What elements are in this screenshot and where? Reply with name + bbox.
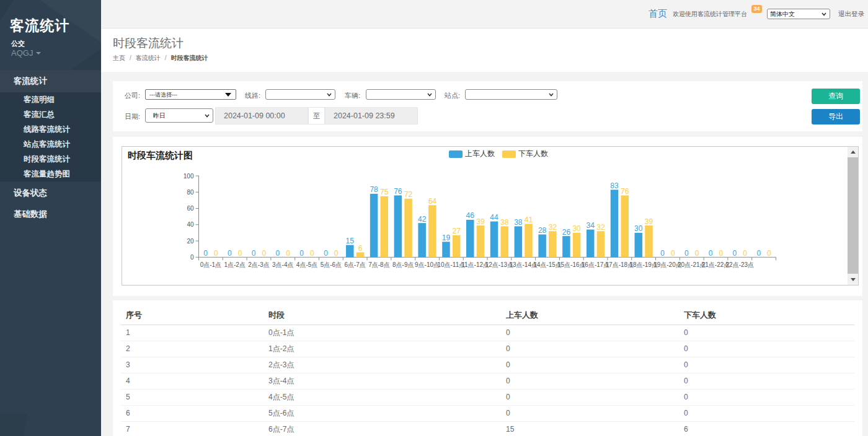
bar-value-label: 0 xyxy=(660,249,665,258)
chevron-down-icon xyxy=(427,93,432,97)
line-select[interactable] xyxy=(265,89,335,100)
home-link[interactable]: 首页 xyxy=(649,8,667,20)
table-cell-6-3: 6 xyxy=(679,422,854,436)
legend-item-alighting[interactable]: 下车人数 xyxy=(502,149,548,159)
notification-badge[interactable]: 34 xyxy=(751,5,762,13)
bar-上车人数-15[interactable] xyxy=(562,236,570,257)
table-cell-4-1: 4点-5点 xyxy=(264,390,501,406)
bar-chart: 0204060801000点-1点1点-2点2点-3点3点-4点4点-5点5点-… xyxy=(122,147,848,285)
bar-value-label: 0 xyxy=(238,249,242,258)
table-cell-0-3: 0 xyxy=(679,325,854,341)
date-to-input[interactable]: 2024-01-09 23:59 xyxy=(325,107,418,124)
bar-上车人数-14[interactable] xyxy=(538,235,546,258)
bar-下车人数-7[interactable] xyxy=(381,196,389,257)
caret-down-icon xyxy=(36,52,41,54)
sidebar-item-0-5[interactable]: 客流量趋势图 xyxy=(0,167,101,181)
bar-value-label: 0 xyxy=(684,249,689,258)
bar-value-label: 0 xyxy=(214,249,218,258)
vehicle-select[interactable] xyxy=(366,89,436,100)
bar-下车人数-14[interactable] xyxy=(549,231,557,257)
sidebar-item-0-4[interactable]: 时段客流统计 xyxy=(0,152,101,167)
sidebar-item-0-3[interactable]: 站点客流统计 xyxy=(0,137,101,152)
bar-上车人数-7[interactable] xyxy=(370,194,378,257)
bar-value-label: 46 xyxy=(466,211,475,220)
x-axis-label: 4点-5点 xyxy=(296,261,317,268)
table-cell-0-2: 0 xyxy=(501,325,679,341)
breadcrumb-section[interactable]: 客流统计 xyxy=(136,54,161,61)
station-select[interactable] xyxy=(465,89,557,100)
bar-上车人数-17[interactable] xyxy=(611,190,619,257)
bar-value-label: 0 xyxy=(733,249,737,258)
language-select[interactable]: 简体中文 xyxy=(767,9,830,19)
table-col-header-2: 上车人数 xyxy=(501,306,679,325)
bar-value-label: 0 xyxy=(299,249,304,258)
chart-title: 时段车流统计图 xyxy=(128,150,193,162)
bar-下车人数-10[interactable] xyxy=(453,235,461,257)
chevron-down-icon xyxy=(549,93,554,97)
table-cell-3-2: 0 xyxy=(501,373,679,390)
scrollbar-up-button[interactable] xyxy=(848,147,858,157)
bar-上车人数-12[interactable] xyxy=(490,222,498,258)
chevron-down-icon xyxy=(327,93,332,97)
bar-上车人数-6[interactable] xyxy=(346,245,354,258)
org-code-dropdown[interactable]: AQGJ xyxy=(11,48,41,58)
bar-上车人数-10[interactable] xyxy=(442,242,450,257)
y-axis-label: 100 xyxy=(184,173,194,180)
bar-下车人数-15[interactable] xyxy=(573,233,581,257)
sidebar-section-1[interactable]: 设备状态 xyxy=(0,183,101,204)
bar-value-label: 75 xyxy=(380,188,389,196)
table-cell-5-2: 0 xyxy=(501,406,679,422)
search-button[interactable]: 查询 xyxy=(812,89,860,104)
bar-下车人数-18[interactable] xyxy=(645,225,653,257)
scrollbar-down-button[interactable] xyxy=(848,274,858,285)
bar-下车人数-13[interactable] xyxy=(525,224,533,257)
bar-value-label: 76 xyxy=(394,187,402,196)
sidebar-item-0-0[interactable]: 客流明细 xyxy=(0,92,101,107)
bar-上车人数-9[interactable] xyxy=(418,223,426,257)
bar-value-label: 44 xyxy=(490,213,498,222)
table-row-0: 10点-1点00 xyxy=(121,325,854,341)
topbar-right-cluster: 首页 欢迎使用客流统计管理平台 34 简体中文 退出登录 xyxy=(649,0,868,28)
arrow-up-icon xyxy=(851,150,856,154)
bar-上车人数-8[interactable] xyxy=(394,196,402,258)
bar-value-label: 76 xyxy=(621,187,629,196)
app-logo: 客流统计 xyxy=(10,16,69,35)
export-button[interactable]: 导出 xyxy=(812,109,860,124)
table-cell-3-0: 4 xyxy=(121,373,264,390)
sidebar-section-0[interactable]: 客流统计 xyxy=(0,70,101,92)
breadcrumb-current: 时段客流统计 xyxy=(171,54,208,61)
sidebar-nav: 客流统计客流明细客流汇总线路客流统计站点客流统计时段客流统计客流量趋势图设备状态… xyxy=(0,70,101,225)
bar-上车人数-18[interactable] xyxy=(635,233,643,257)
logout-link[interactable]: 退出登录 xyxy=(838,10,864,19)
x-axis-label: 1点-2点 xyxy=(224,261,245,268)
sidebar-item-0-2[interactable]: 线路客流统计 xyxy=(0,122,101,137)
table-cell-4-2: 0 xyxy=(501,390,679,406)
table-cell-0-1: 0点-1点 xyxy=(264,325,501,341)
y-axis-label: 60 xyxy=(187,205,194,212)
breadcrumb: 主页/客流统计/时段客流统计 xyxy=(113,54,208,63)
bar-上车人数-13[interactable] xyxy=(515,226,523,257)
bar-下车人数-6[interactable] xyxy=(356,252,365,257)
bar-下车人数-9[interactable] xyxy=(428,205,436,257)
bar-value-label: 39 xyxy=(476,217,485,226)
date-preset-value: 昨日 xyxy=(153,111,166,120)
bar-上车人数-16[interactable] xyxy=(587,230,595,258)
bar-下车人数-17[interactable] xyxy=(621,196,629,258)
legend-item-boarding[interactable]: 上车人数 xyxy=(449,149,495,159)
bar-下车人数-16[interactable] xyxy=(597,231,605,257)
bar-下车人数-8[interactable] xyxy=(404,199,412,258)
breadcrumb-home[interactable]: 主页 xyxy=(113,54,125,61)
chart-vertical-scrollbar[interactable] xyxy=(848,147,858,285)
scrollbar-thumb[interactable] xyxy=(848,157,858,274)
date-preset-select[interactable]: 昨日 xyxy=(145,108,213,123)
bar-下车人数-12[interactable] xyxy=(500,226,508,257)
company-select[interactable]: ---请选择--- xyxy=(145,89,236,100)
y-axis-label: 80 xyxy=(187,189,194,196)
vehicle-label: 车辆: xyxy=(345,91,360,100)
sidebar-section-2[interactable]: 基础数据 xyxy=(0,204,101,225)
date-label: 日期: xyxy=(125,112,140,121)
bar-下车人数-11[interactable] xyxy=(477,225,485,257)
bar-上车人数-11[interactable] xyxy=(466,220,474,257)
sidebar-item-0-1[interactable]: 客流汇总 xyxy=(0,107,101,122)
date-from-input[interactable]: 2024-01-09 00:00 xyxy=(215,107,308,124)
